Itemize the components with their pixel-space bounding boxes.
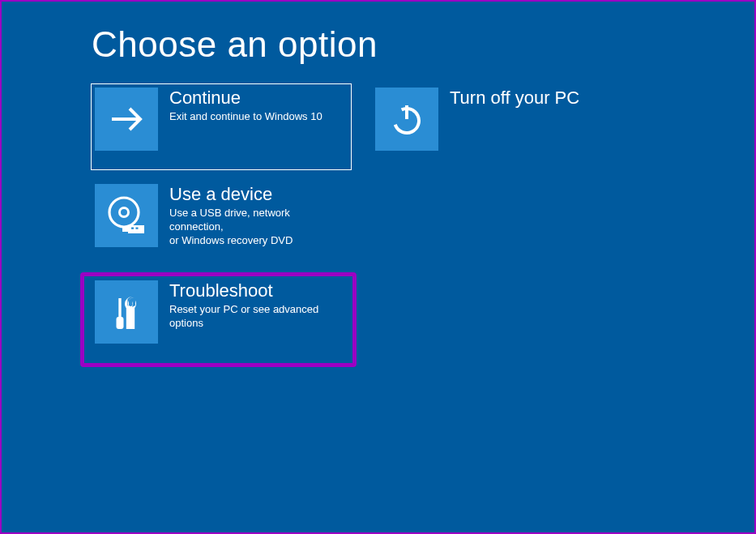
troubleshoot-desc: Reset your PC or see advanced options (169, 303, 340, 331)
svg-point-1 (120, 208, 129, 217)
use-a-device-label: Use a device (169, 184, 340, 205)
options-column-left: Continue Exit and continue to Windows 10 (92, 84, 351, 362)
power-icon (375, 88, 438, 151)
continue-desc: Exit and continue to Windows 10 (169, 110, 322, 124)
use-a-device-tile[interactable]: Use a device Use a USB drive, network co… (92, 181, 351, 266)
svg-rect-5 (136, 228, 139, 229)
use-a-device-desc: Use a USB drive, network connection, or … (169, 207, 340, 248)
svg-rect-2 (128, 225, 144, 233)
options-grid: Continue Exit and continue to Windows 10 (92, 84, 754, 362)
continue-label: Continue (169, 88, 322, 109)
turn-off-pc-tile[interactable]: Turn off your PC (372, 84, 586, 169)
arrow-right-icon (95, 88, 158, 151)
svg-rect-3 (122, 227, 129, 232)
disc-usb-icon (95, 184, 158, 247)
svg-point-0 (109, 198, 139, 227)
page-title: Choose an option (92, 24, 754, 65)
turn-off-pc-label: Turn off your PC (450, 88, 579, 109)
troubleshoot-label: Troubleshoot (169, 280, 340, 301)
svg-rect-4 (131, 228, 134, 229)
tools-icon (95, 280, 158, 344)
svg-rect-7 (117, 317, 124, 329)
options-column-right: Turn off your PC (372, 84, 586, 362)
continue-tile[interactable]: Continue Exit and continue to Windows 10 (92, 84, 351, 169)
troubleshoot-tile[interactable]: Troubleshoot Reset your PC or see advanc… (92, 277, 351, 362)
svg-rect-6 (118, 298, 121, 317)
